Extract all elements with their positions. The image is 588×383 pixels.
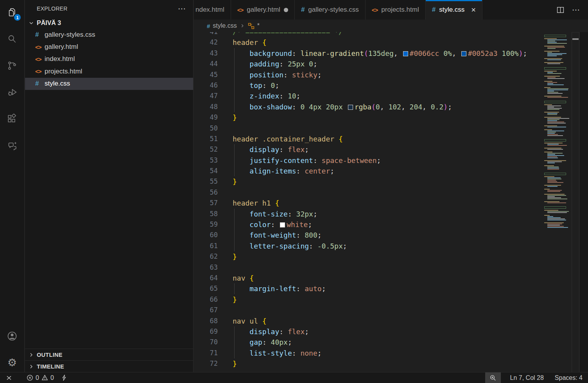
token [439,49,443,57]
minimap-line [547,72,553,73]
code-line-70[interactable]: 70 gap: 40px; [194,337,542,347]
code-line-41[interactable]: 41/* ==================== */ [194,32,542,37]
tab-ndex.html[interactable]: ndex.html [194,0,231,20]
editor-group: ndex.html<>gallery.html#gallery-styles.c… [194,0,588,372]
more-actions-icon[interactable]: ⋯ [572,5,580,14]
search-icon[interactable] [3,30,22,48]
line-content: background: linear-gradient(135deg, #006… [233,48,527,59]
file-row-index.html[interactable]: <>index.html [25,53,193,65]
code-line-69[interactable]: 69 display: flex; [194,326,542,337]
line-number: 46 [194,80,218,91]
remote-indicator[interactable] [0,372,16,383]
extensions-icon[interactable] [3,109,22,128]
tab-style.css[interactable]: #style.css× [426,0,482,20]
code-line-71[interactable]: 71 list-style: none; [194,348,542,358]
minimap-line [547,63,560,64]
code-line-56[interactable]: 56 [194,187,542,198]
minimap-line [544,87,550,88]
line-number: 49 [194,112,218,123]
file-row-gallery.html[interactable]: <>gallery.html [25,41,193,53]
tab-bar: ndex.html<>gallery.html#gallery-styles.c… [194,0,588,20]
indent-guide [234,59,235,69]
code-line-54[interactable]: 54 align-items: center; [194,166,542,176]
minimap-line [547,59,561,60]
close-icon[interactable]: × [471,6,476,14]
sidebar-more-actions-icon[interactable]: ⋯ [178,4,186,13]
code-line-60[interactable]: 60 font-weight: 800; [194,230,542,240]
run-and-debug-icon[interactable] [3,83,22,102]
line-content: nav ul { [233,316,267,326]
token: linear-gradient [300,49,364,57]
code-line-59[interactable]: 59 color: white; [194,219,542,230]
code-line-52[interactable]: 52 display: flex; [194,144,542,155]
code-line-51[interactable]: 51header .container_header { [194,134,542,144]
code-line-43[interactable]: 43 background: linear-gradient(135deg, #… [194,48,542,59]
code-editor[interactable]: 41/* ==================== */42header {43… [194,32,542,372]
chevron-right-icon [28,363,34,370]
token: header h1 [233,199,275,207]
indent-guide [234,241,235,251]
breadcrumb-file[interactable]: style.css [213,22,237,29]
settings-gear-icon[interactable]: ⚙ [3,353,22,372]
code-line-48[interactable]: 48 box-shadow: 0 4px 20px rgba(0, 102, 2… [194,102,542,112]
minimap-line [547,155,564,156]
chat-icon[interactable] [3,136,22,155]
tab-gallery-styles.css[interactable]: #gallery-styles.css [295,0,366,20]
folder-row-paiva3[interactable]: PÄIVÄ 3 [25,17,193,29]
power-indicator[interactable] [57,372,71,383]
tab-projects.html[interactable]: <>projects.html [366,0,426,20]
code-line-55[interactable]: 55} [194,176,542,187]
code-line-65[interactable]: 65 margin-left: auto; [194,283,542,294]
code-line-61[interactable]: 61 letter-spacing: -0.5px; [194,241,542,251]
token: nav [233,274,249,282]
file-row-gallery-styles.css[interactable]: #gallery-styles.css [25,29,193,41]
minimap-comment-block [544,173,566,175]
code-line-68[interactable]: 68nav ul { [194,316,542,326]
code-line-63[interactable]: 63 [194,262,542,273]
code-line-46[interactable]: 46 top: 0; [194,80,542,91]
indent-guide [234,166,235,176]
code-line-64[interactable]: 64nav { [194,273,542,283]
file-row-style.css[interactable]: #style.css [25,78,193,90]
code-line-47[interactable]: 47 z-index: 10; [194,91,542,101]
code-line-72[interactable]: 72} [194,358,542,369]
problems-indicator[interactable]: 0 0 [23,372,57,383]
token: z-index [249,92,279,100]
outline-section[interactable]: OUTLINE [25,349,193,360]
code-line-62[interactable]: 62} [194,251,542,262]
code-line-67[interactable]: 67 [194,305,542,315]
file-name: style.css [45,80,70,88]
editor-scrollbar[interactable] [572,32,579,372]
code-line-45[interactable]: 45 position: sticky; [194,70,542,80]
minimap-line [547,83,553,84]
scrollbar-track[interactable] [580,32,588,372]
minimap-line [544,96,561,97]
code-line-49[interactable]: 49} [194,112,542,123]
source-control-icon[interactable] [3,56,22,75]
token: #0066cc [410,49,439,57]
code-line-42[interactable]: 42header { [194,37,542,48]
indentation-setting[interactable]: Spaces: 4 [549,374,588,381]
file-row-projects.html[interactable]: <>projects.html [25,65,193,77]
code-line-44[interactable]: 44 padding: 25px 0; [194,59,542,69]
cursor-position[interactable]: Ln 7, Col 28 [505,374,549,381]
zoom-button[interactable] [485,372,501,383]
token [233,156,249,165]
timeline-section[interactable]: TIMELINE [25,360,193,372]
code-line-50[interactable]: 50 [194,123,542,134]
code-line-57[interactable]: 57header h1 { [194,198,542,208]
token: 0 [271,81,275,89]
explorer-icon[interactable]: 1 [3,3,22,22]
minimap-line [547,163,555,163]
token: ; [377,156,381,165]
breadcrumb-symbol[interactable]: * [257,22,260,29]
tab-gallery.html[interactable]: <>gallery.html [231,0,295,20]
code-line-53[interactable]: 53 justify-content: space-between; [194,155,542,166]
minimap[interactable] [542,32,571,372]
code-line-58[interactable]: 58 font-size: 32px; [194,209,542,219]
code-line-66[interactable]: 66} [194,294,542,305]
split-editor-icon[interactable] [557,6,564,14]
accounts-icon[interactable] [3,327,22,345]
indent-guide [234,80,235,91]
minimap-gap [543,64,571,66]
